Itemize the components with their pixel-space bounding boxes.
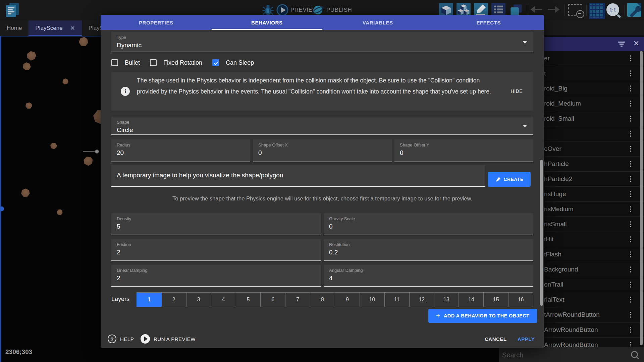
layer-button-7[interactable]: 7 [285,293,310,307]
publish-icon[interactable] [312,4,324,16]
item-menu-icon[interactable] [630,312,631,318]
type-select[interactable]: Type Dynamic [111,32,533,52]
asteroid [22,62,32,71]
temp-image-field[interactable]: A temporary image to help you visualize … [111,165,485,187]
edit-pencil-icon[interactable] [474,3,488,17]
item-menu-icon[interactable] [630,236,631,242]
item-menu-icon[interactable] [630,116,631,122]
item-menu-icon[interactable] [630,251,631,257]
publish-button[interactable]: PUBLISH [326,7,352,13]
panel-scrollbar[interactable] [640,51,643,345]
hide-button[interactable]: HIDE [511,87,523,96]
field-angular-damping[interactable]: Angular Damping4 [324,265,533,287]
item-menu-icon[interactable] [630,85,631,92]
shape-select[interactable]: Shape Circle [111,117,533,135]
field-friction[interactable]: Friction2 [111,239,321,261]
field-gravity-scale[interactable]: Gravity Scale0 [324,213,533,235]
layer-button-6[interactable]: 6 [261,293,285,307]
object-name: hParticle2 [544,172,573,186]
undo-icon[interactable] [529,5,543,15]
layer-button-1[interactable]: 1 [137,293,162,307]
tab-close-icon[interactable]: ✕ [70,24,75,32]
filter-icon[interactable] [618,41,625,47]
checkbox-can-sleep[interactable]: Can Sleep [212,59,254,66]
tab-home[interactable]: Home [0,20,29,36]
run-preview-icon[interactable] [141,334,150,344]
checkbox-fixed-rotation[interactable]: Fixed Rotation [150,59,202,66]
tab-label: Home [7,25,22,32]
item-menu-icon[interactable] [630,327,631,333]
layer-button-13[interactable]: 13 [434,293,459,307]
field-shape-offset-x[interactable]: Shape Offset X0 [253,139,392,162]
object-name: risSmall [544,217,567,231]
layer-button-2[interactable]: 2 [162,293,186,307]
item-menu-icon[interactable] [630,297,631,303]
field-shape-offset-y[interactable]: Shape Offset Y0 [394,139,533,162]
apply-button[interactable]: APPLY [518,336,535,342]
item-menu-icon[interactable] [630,161,631,167]
layer-button-3[interactable]: 3 [186,293,211,307]
instances-list-icon[interactable] [491,3,505,17]
scene-properties-icon[interactable] [627,3,641,17]
run-preview-button[interactable]: RUN A PREVIEW [154,336,196,342]
dialog-tab-effects[interactable]: EFFECTS [433,15,544,30]
tab-playscene[interactable]: PlayScene✕ [29,20,82,36]
close-panel-icon[interactable]: ✕ [633,40,640,47]
field-radius[interactable]: Radius20 [111,139,250,162]
layer-button-5[interactable]: 5 [236,293,261,307]
object-groups-icon[interactable] [457,3,471,17]
zoom-1-1-icon[interactable]: 1:1 [606,3,619,16]
dialog-tab-properties[interactable]: PROPERTIES [101,15,212,30]
cursor-position-status: 2306;303 [5,348,32,356]
item-menu-icon[interactable] [630,266,631,273]
project-manager-icon[interactable] [5,2,20,18]
dialog-scrollbar[interactable] [540,160,543,306]
layer-button-11[interactable]: 11 [385,293,410,307]
item-menu-icon[interactable] [630,55,631,61]
cancel-button[interactable]: CANCEL [485,336,507,342]
item-menu-icon[interactable] [630,221,631,227]
item-menu-icon[interactable] [630,131,631,137]
item-menu-icon[interactable] [630,206,631,212]
field-restitution[interactable]: Restitution0.2 [324,239,533,261]
deselect-icon[interactable] [568,4,582,16]
layer-button-12[interactable]: 12 [410,293,434,307]
field-label: Angular Damping [329,268,533,273]
field-label: Friction [117,242,321,247]
item-menu-icon[interactable] [630,176,631,182]
help-button[interactable]: HELP [120,336,134,342]
layer-button-16[interactable]: 16 [508,293,533,307]
debugger-icon[interactable] [262,3,274,16]
layer-button-15[interactable]: 15 [484,293,508,307]
item-menu-icon[interactable] [630,146,631,152]
help-icon[interactable]: ? [108,335,116,343]
redo-icon[interactable] [547,5,561,15]
preview-icon[interactable] [276,4,288,16]
objects-editor-icon[interactable] [439,3,453,17]
checkbox-icon[interactable] [150,59,157,66]
layer-button-9[interactable]: 9 [335,293,360,307]
chevron-down-icon [523,125,527,127]
layer-button-8[interactable]: 8 [310,293,335,307]
checkbox-icon[interactable] [212,59,219,66]
add-behavior-button[interactable]: + ADD A BEHAVIOR TO THE OBJECT [428,309,537,323]
search-input[interactable] [501,349,624,361]
layer-button-10[interactable]: 10 [360,293,385,307]
field-label: Radius [117,142,250,147]
layers-editor-icon[interactable] [509,3,523,17]
field-density[interactable]: Density5 [111,213,321,235]
grid-icon[interactable] [589,3,605,19]
checkbox-icon[interactable] [111,59,118,66]
item-menu-icon[interactable] [630,70,631,76]
dialog-tab-behaviors[interactable]: BEHAVIORS [212,15,323,30]
item-menu-icon[interactable] [630,191,631,197]
layer-button-14[interactable]: 14 [459,293,484,307]
item-menu-icon[interactable] [630,101,631,107]
create-button[interactable]: CREATE [488,172,531,187]
anchor-line [83,151,95,152]
item-menu-icon[interactable] [630,282,631,288]
checkbox-bullet[interactable]: Bullet [111,59,140,66]
dialog-tab-variables[interactable]: VARIABLES [322,15,433,30]
field-linear-damping[interactable]: Linear Damping2 [111,265,321,287]
layer-button-4[interactable]: 4 [211,293,236,307]
